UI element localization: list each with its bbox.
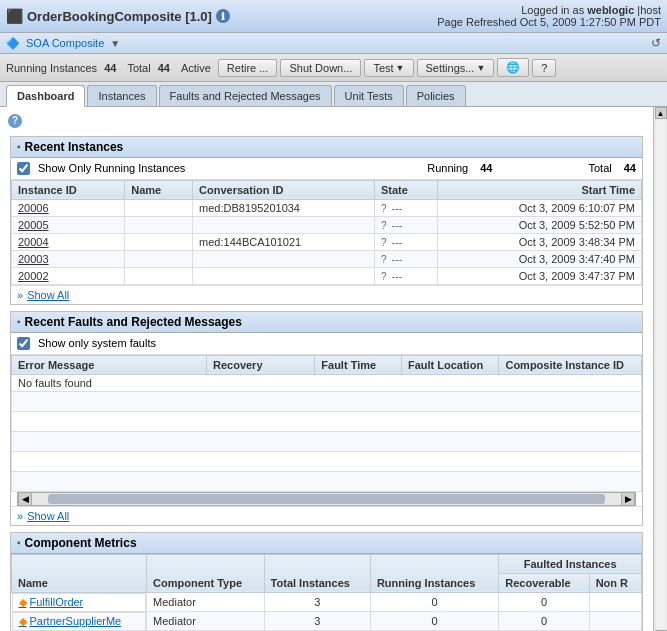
metrics-type-cell: Mediator bbox=[147, 612, 265, 631]
table-row: 20006 med:DB8195201034 ? --- Oct 3, 2009… bbox=[12, 199, 642, 216]
table-row bbox=[12, 411, 642, 431]
shutdown-button[interactable]: Shut Down... bbox=[280, 59, 361, 77]
tab-instances[interactable]: Instances bbox=[87, 85, 156, 106]
col-fault-time: Fault Time bbox=[315, 355, 402, 374]
collapse-metrics-icon[interactable]: ▪ bbox=[17, 537, 21, 548]
soa-composite-icon: 🔷 bbox=[6, 37, 20, 50]
metrics-type-cell: Mediator bbox=[147, 592, 265, 612]
app-info-icon[interactable]: ℹ bbox=[216, 9, 230, 23]
table-row: 20005 ? --- Oct 3, 2009 5:52:50 PM bbox=[12, 216, 642, 233]
metrics-running-cell: 0 bbox=[370, 612, 498, 631]
hscroll-right-btn[interactable]: ▶ bbox=[621, 492, 635, 506]
show-system-faults-checkbox[interactable] bbox=[17, 337, 30, 350]
instances-show-all-link[interactable]: Show All bbox=[27, 289, 69, 301]
instance-id-cell[interactable]: 20006 bbox=[12, 199, 125, 216]
tab-faults[interactable]: Faults and Rejected Messages bbox=[159, 85, 332, 106]
col-instance-id: Instance ID bbox=[12, 180, 125, 199]
settings-button[interactable]: Settings... ▼ bbox=[417, 59, 495, 77]
total-value: 44 bbox=[158, 62, 170, 74]
app-header: ⬛ OrderBookingComposite [1.0] ℹ Logged i… bbox=[0, 0, 667, 33]
help-icon-button[interactable]: ? bbox=[532, 59, 556, 77]
conversation-id-cell bbox=[193, 267, 375, 284]
instance-name-cell bbox=[125, 233, 193, 250]
instance-id-cell[interactable]: 20004 bbox=[12, 233, 125, 250]
main-vscrollbar[interactable]: ▲ ▼ bbox=[653, 107, 667, 631]
col-conversation-id: Conversation ID bbox=[193, 180, 375, 199]
metrics-non-recoverable-cell bbox=[589, 612, 641, 631]
table-row: 20003 ? --- Oct 3, 2009 3:47:40 PM bbox=[12, 250, 642, 267]
table-row: No faults found bbox=[12, 374, 642, 391]
metrics-total-cell: 3 bbox=[264, 612, 370, 631]
app-title-text: OrderBookingComposite [1.0] bbox=[27, 9, 212, 24]
app-title-area: ⬛ OrderBookingComposite [1.0] ℹ bbox=[6, 8, 230, 24]
conversation-id-cell bbox=[193, 250, 375, 267]
vscroll-track[interactable] bbox=[656, 120, 666, 629]
tab-unit-tests[interactable]: Unit Tests bbox=[334, 85, 404, 106]
hscroll-thumb[interactable] bbox=[48, 494, 605, 504]
instance-name-cell bbox=[125, 250, 193, 267]
start-time-cell: Oct 3, 2009 3:47:37 PM bbox=[437, 267, 641, 284]
web-icon-button[interactable]: 🌐 bbox=[497, 58, 529, 77]
collapse-instances-icon[interactable]: ▪ bbox=[17, 141, 21, 152]
collapse-faults-icon[interactable]: ▪ bbox=[17, 316, 21, 327]
vscroll-up-btn[interactable]: ▲ bbox=[655, 107, 667, 119]
instance-name-cell bbox=[125, 199, 193, 216]
soa-dropdown-arrow[interactable]: ▼ bbox=[110, 38, 120, 49]
settings-dropdown-arrow: ▼ bbox=[476, 63, 485, 73]
running-count-label: Running bbox=[427, 162, 468, 174]
instances-table: Instance ID Name Conversation ID State S… bbox=[11, 180, 642, 285]
metrics-recoverable-cell: 0 bbox=[499, 592, 589, 612]
table-row: 20004 med:144BCA101021 ? --- Oct 3, 2009… bbox=[12, 233, 642, 250]
recent-instances-section: ▪ Recent Instances Show Only Running Ins… bbox=[10, 136, 643, 305]
mediator-icon: ◆ bbox=[19, 615, 27, 628]
recent-faults-title: Recent Faults and Rejected Messages bbox=[25, 315, 242, 329]
test-button[interactable]: Test ▼ bbox=[364, 59, 413, 77]
instance-id-cell[interactable]: 20002 bbox=[12, 267, 125, 284]
start-time-cell: Oct 3, 2009 5:52:50 PM bbox=[437, 216, 641, 233]
main-content: ? ▪ Recent Instances Show Only Running I… bbox=[0, 107, 667, 631]
faults-show-all-row: » Show All bbox=[11, 506, 642, 525]
recent-faults-header: ▪ Recent Faults and Rejected Messages bbox=[11, 312, 642, 333]
recent-faults-section: ▪ Recent Faults and Rejected Messages Sh… bbox=[10, 311, 643, 526]
tab-dashboard[interactable]: Dashboard bbox=[6, 85, 85, 107]
active-label: Active bbox=[181, 62, 211, 74]
conversation-id-cell bbox=[193, 216, 375, 233]
col-recovery: Recovery bbox=[206, 355, 314, 374]
state-cell: ? --- bbox=[374, 216, 437, 233]
faults-show-all-link[interactable]: Show All bbox=[27, 510, 69, 522]
soa-composite-label[interactable]: SOA Composite bbox=[26, 37, 104, 49]
table-row bbox=[12, 431, 642, 451]
instance-id-cell[interactable]: 20005 bbox=[12, 216, 125, 233]
no-faults-cell: No faults found bbox=[12, 374, 642, 391]
faults-hscroll[interactable]: ◀ ▶ bbox=[17, 492, 636, 506]
conversation-id-cell: med:144BCA101021 bbox=[193, 233, 375, 250]
refresh-icon[interactable]: ↺ bbox=[651, 36, 661, 50]
table-row bbox=[12, 471, 642, 491]
metrics-name-cell[interactable]: ◆ PartnerSupplierMe bbox=[12, 612, 147, 631]
table-row: ◆ PartnerSupplierMe Mediator 3 0 0 bbox=[12, 612, 642, 631]
tab-policies[interactable]: Policies bbox=[406, 85, 466, 106]
header-right: Logged in as weblogic |host Page Refresh… bbox=[437, 4, 661, 28]
start-time-cell: Oct 3, 2009 3:48:34 PM bbox=[437, 233, 641, 250]
conversation-id-cell: med:DB8195201034 bbox=[193, 199, 375, 216]
faults-table: Error Message Recovery Fault Time Fault … bbox=[11, 355, 642, 492]
state-cell: ? --- bbox=[374, 199, 437, 216]
recent-instances-header: ▪ Recent Instances bbox=[11, 137, 642, 158]
instance-name-cell bbox=[125, 216, 193, 233]
metrics-running-cell: 0 bbox=[370, 592, 498, 612]
retire-button[interactable]: Retire ... bbox=[218, 59, 278, 77]
col-start-time: Start Time bbox=[437, 180, 641, 199]
metrics-name-cell[interactable]: ◆ FulfillOrder bbox=[12, 593, 147, 612]
login-host: host bbox=[640, 4, 661, 16]
recent-instances-title: Recent Instances bbox=[25, 140, 124, 154]
col-state: State bbox=[374, 180, 437, 199]
instance-name-cell bbox=[125, 267, 193, 284]
col-total-instances: Total Instances bbox=[264, 554, 370, 592]
table-row: 20002 ? --- Oct 3, 2009 3:47:37 PM bbox=[12, 267, 642, 284]
total-count-value: 44 bbox=[624, 162, 636, 174]
help-circle-icon[interactable]: ? bbox=[8, 114, 22, 128]
instance-id-cell[interactable]: 20003 bbox=[12, 250, 125, 267]
hscroll-left-btn[interactable]: ◀ bbox=[18, 492, 32, 506]
show-running-checkbox[interactable] bbox=[17, 162, 30, 175]
metrics-total-cell: 3 bbox=[264, 592, 370, 612]
